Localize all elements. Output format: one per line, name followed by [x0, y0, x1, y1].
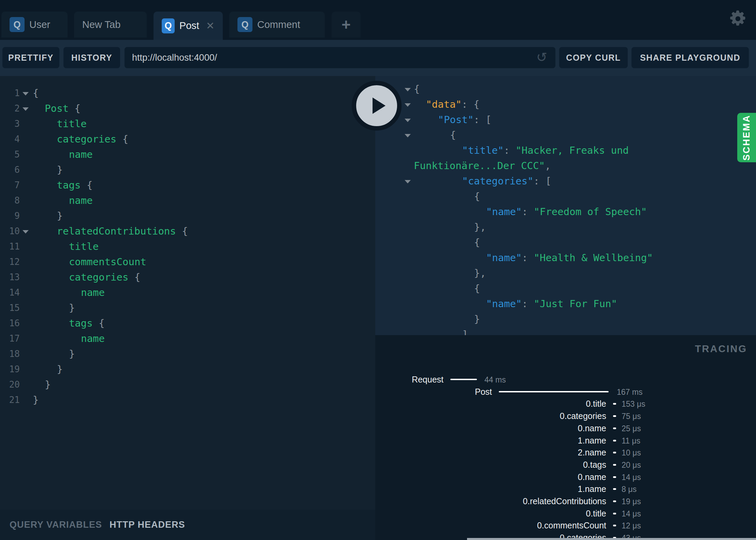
trace-duration-bar: [613, 440, 616, 441]
trace-duration-bar: [450, 379, 477, 380]
line-number: 12: [0, 254, 20, 270]
response-line: "name": "Just For Fun": [375, 296, 756, 312]
query-line: 5name: [0, 147, 375, 162]
trace-duration-text: 19 μs: [622, 496, 641, 507]
tab-post[interactable]: QPost✕: [154, 12, 223, 40]
settings-gear-icon[interactable]: [729, 10, 746, 27]
query-line: 2Post {: [0, 101, 375, 116]
query-line: 19}: [0, 362, 375, 377]
fold-arrow-icon[interactable]: [23, 107, 29, 111]
trace-duration-text: 75 μs: [622, 410, 641, 422]
fold-arrow-icon[interactable]: [405, 103, 411, 107]
line-number: 17: [0, 331, 20, 346]
history-button[interactable]: HISTORY: [63, 47, 120, 68]
query-variables-button[interactable]: QUERY VARIABLES: [10, 520, 102, 530]
trace-row: Post167 ms: [375, 386, 756, 397]
trace-label: 0.commentsCount: [537, 520, 606, 531]
query-line: 15}: [0, 300, 375, 316]
trace-duration-bar: [499, 391, 609, 392]
query-type-badge: Q: [237, 17, 252, 32]
fold-arrow-icon[interactable]: [405, 134, 411, 137]
fold-arrow-icon[interactable]: [405, 88, 411, 91]
trace-duration-bar: [613, 427, 616, 429]
line-number: 16: [0, 316, 20, 331]
trace-duration-bar: [613, 513, 616, 514]
trace-row: 0.name14 μs: [375, 471, 756, 483]
trace-duration-bar: [613, 464, 616, 466]
query-line: 6}: [0, 162, 375, 178]
query-line: 10relatedContributions {: [0, 224, 375, 239]
response-line: {: [375, 281, 756, 296]
trace-duration-text: 44 ms: [484, 374, 506, 386]
line-number: 4: [0, 132, 20, 147]
response-line: "data": {: [375, 97, 756, 112]
share-playground-button[interactable]: SHARE PLAYGROUND: [631, 47, 749, 68]
trace-duration-bar: [613, 500, 616, 502]
tab-new-tab[interactable]: New Tab: [74, 12, 147, 38]
trace-label: Request: [412, 374, 444, 385]
tab-label: Post: [179, 20, 199, 31]
tracing-panel: TRACING Request44 msPost167 ms0.title153…: [375, 335, 756, 540]
trace-row: 2.name10 μs: [375, 447, 756, 458]
schema-tab-button[interactable]: SCHEMA: [737, 113, 756, 162]
line-number: 20: [0, 377, 20, 392]
query-line: 16tags {: [0, 316, 375, 331]
trace-row: 0.commentsCount12 μs: [375, 520, 756, 531]
query-line: 20}: [0, 377, 375, 392]
line-number: 9: [0, 208, 20, 224]
trace-duration-text: 153 μs: [622, 398, 645, 410]
reload-icon[interactable]: ↺: [536, 51, 549, 64]
response-line: {: [375, 235, 756, 250]
query-editor[interactable]: 1{2Post {3title4categories {5name6}7tags…: [0, 76, 375, 510]
line-number: 15: [0, 300, 20, 316]
line-number: 14: [0, 285, 20, 300]
line-number: 10: [0, 224, 20, 239]
trace-label: 0.tags: [583, 459, 606, 470]
query-line: 17name: [0, 331, 375, 346]
fold-arrow-icon[interactable]: [405, 119, 411, 122]
line-number: 7: [0, 178, 20, 193]
trace-row: 0.tags20 μs: [375, 459, 756, 470]
trace-duration-text: 12 μs: [622, 520, 641, 531]
graphql-playground: QUserNew TabQPost✕QComment+ PRETTIFY HIS…: [0, 0, 756, 540]
trace-label: 0.relatedContributions: [523, 495, 606, 507]
trace-duration-text: 8 μs: [622, 483, 637, 495]
response-line: {: [375, 189, 756, 204]
endpoint-url-input[interactable]: http://localhost:4000/ ↺: [125, 47, 555, 68]
close-tab-icon[interactable]: ✕: [206, 20, 215, 32]
trace-label: 0.title: [586, 398, 606, 409]
execute-query-button[interactable]: [352, 81, 402, 131]
play-icon: [373, 97, 386, 114]
line-number: 5: [0, 147, 20, 162]
schema-tab-label: SCHEMA: [741, 115, 752, 161]
trace-duration-bar: [613, 476, 616, 478]
query-line: 14name: [0, 285, 375, 300]
tracing-title: TRACING: [695, 343, 747, 355]
line-number: 19: [0, 362, 20, 377]
response-line: ]: [375, 327, 756, 335]
new-tab-button[interactable]: +: [332, 12, 361, 38]
response-line: "Post": [: [375, 112, 756, 127]
trace-label: 0.title: [586, 508, 606, 519]
toolbar: PRETTIFY HISTORY http://localhost:4000/ …: [0, 40, 756, 76]
trace-label: 0.categories: [560, 410, 606, 422]
tab-user[interactable]: QUser: [1, 12, 68, 38]
prettify-button[interactable]: PRETTIFY: [2, 47, 59, 68]
tab-comment[interactable]: QComment: [229, 12, 325, 38]
fold-arrow-icon[interactable]: [405, 180, 411, 183]
query-line: 12commentsCount: [0, 254, 375, 270]
trace-label: 1.name: [578, 435, 606, 446]
horizontal-scrollbar[interactable]: [467, 538, 756, 540]
response-line: "title": "Hacker, Freaks und: [375, 143, 756, 158]
query-type-badge: Q: [10, 17, 25, 32]
trace-duration-text: 11 μs: [622, 435, 640, 447]
http-headers-button[interactable]: HTTP HEADERS: [110, 520, 185, 530]
copy-curl-button[interactable]: COPY CURL: [559, 47, 628, 68]
line-number: 21: [0, 392, 20, 408]
trace-duration-text: 14 μs: [622, 508, 641, 520]
query-line: 13categories {: [0, 270, 375, 285]
query-line: 7tags {: [0, 178, 375, 193]
trace-row: 0.relatedContributions19 μs: [375, 495, 756, 507]
fold-arrow-icon[interactable]: [23, 230, 29, 234]
fold-arrow-icon[interactable]: [23, 92, 29, 95]
